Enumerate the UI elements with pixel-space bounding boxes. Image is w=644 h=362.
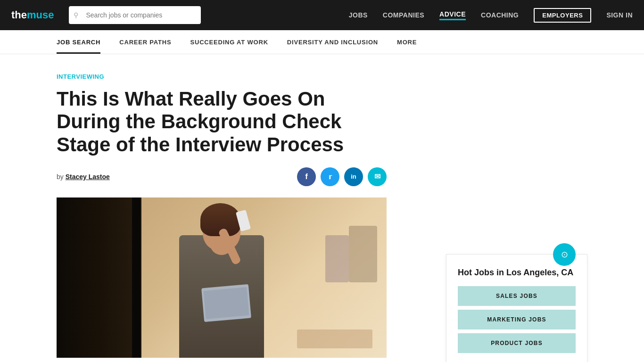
sign-in-link[interactable]: SIGN IN [606, 11, 633, 19]
marketing-jobs-button[interactable]: MARKETING JOBS [458, 310, 576, 329]
twitter-share-button[interactable]: 𝕣 [321, 167, 339, 186]
linkedin-share-button[interactable]: in [344, 167, 363, 186]
sub-nav: JOB SEARCH CAREER PATHS SUCCEEDING AT WO… [0, 30, 644, 54]
hot-jobs-card: ⊙ Hot Jobs in Los Angeles, CA SALES JOBS… [446, 254, 587, 362]
article-category[interactable]: INTERVIEWING [57, 73, 587, 80]
author-byline: by Stacey Lastoe [57, 173, 110, 181]
article-image [57, 197, 387, 358]
author-prefix: by [57, 173, 64, 181]
linkedin-icon: in [351, 173, 356, 180]
employers-button[interactable]: EMPLOYERS [534, 8, 591, 23]
sub-nav-succeeding[interactable]: SUCCEEDING AT WORK [190, 30, 268, 54]
content-wrapper: INTERVIEWING This Is What Really Goes On… [0, 54, 644, 362]
product-jobs-button[interactable]: PRODUCT JOBS [458, 333, 576, 353]
sidebar: ⊙ Hot Jobs in Los Angeles, CA SALES JOBS… [387, 197, 587, 362]
site-header: themuse ⚲ JOBS COMPANIES ADVICE COACHING… [0, 0, 644, 30]
social-buttons: f 𝕣 in ✉ [297, 167, 387, 186]
email-icon: ✉ [374, 172, 380, 181]
facebook-share-button[interactable]: f [297, 167, 316, 186]
header-nav: JOBS COMPANIES ADVICE COACHING EMPLOYERS… [349, 8, 633, 23]
sub-nav-diversity[interactable]: DIVERSITY AND INCLUSION [287, 30, 378, 54]
main-content: INTERVIEWING This Is What Really Goes On… [0, 54, 644, 362]
author-row: by Stacey Lastoe f 𝕣 in ✉ [57, 167, 387, 186]
logo-text: themuse [11, 9, 54, 21]
sub-nav-career-paths[interactable]: CAREER PATHS [119, 30, 171, 54]
image-overlay [57, 197, 387, 358]
author-link[interactable]: Stacey Lastoe [66, 173, 110, 181]
sales-jobs-button[interactable]: SALES JOBS [458, 286, 576, 306]
facebook-icon: f [305, 172, 308, 181]
site-logo[interactable]: themuse [11, 9, 54, 21]
logo-the: the [11, 9, 27, 21]
nav-item-jobs[interactable]: JOBS [349, 11, 368, 19]
nav-item-advice[interactable]: ADVICE [439, 10, 466, 20]
search-icon: ⚲ [74, 11, 78, 19]
email-share-button[interactable]: ✉ [368, 167, 387, 186]
hot-jobs-title: Hot Jobs in Los Angeles, CA [458, 268, 576, 278]
location-pin-icon: ⊙ [561, 250, 568, 259]
content-area: ⊙ Hot Jobs in Los Angeles, CA SALES JOBS… [57, 197, 587, 362]
logo-muse: muse [27, 9, 54, 21]
sub-nav-job-search[interactable]: JOB SEARCH [57, 30, 100, 54]
article-title: This Is What Really Goes On During the B… [57, 88, 387, 156]
search-bar[interactable]: ⚲ [69, 6, 201, 24]
location-badge: ⊙ [553, 243, 576, 266]
nav-item-companies[interactable]: COMPANIES [383, 11, 424, 19]
search-input[interactable] [69, 6, 201, 24]
nav-item-coaching[interactable]: COACHING [481, 11, 519, 19]
twitter-icon: 𝕣 [329, 173, 332, 181]
sub-nav-more[interactable]: MORE [397, 30, 417, 54]
